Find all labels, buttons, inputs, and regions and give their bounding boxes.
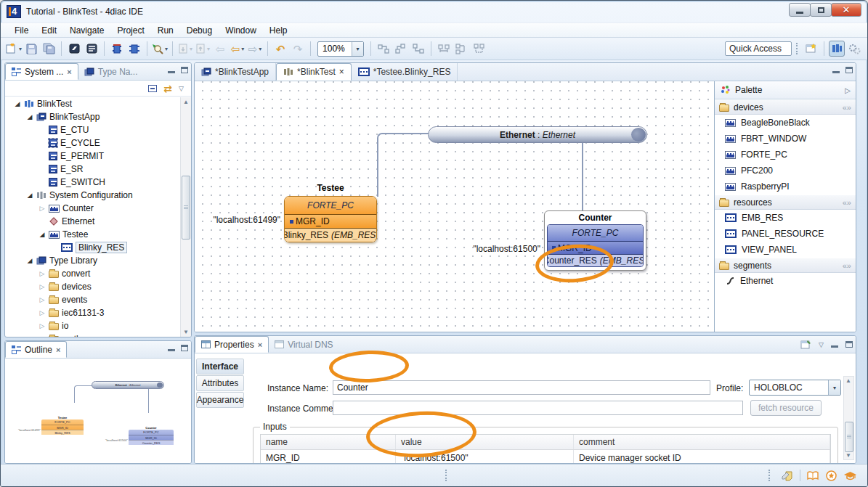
instance-name-input[interactable]: [333, 380, 710, 395]
connection-testee-ethernet[interactable]: [377, 133, 429, 197]
counter-device-title[interactable]: Counter: [547, 213, 644, 224]
tab-outline[interactable]: Outline ×: [5, 341, 67, 358]
tree-item-e-cycle[interactable]: E_CYCLE: [5, 136, 180, 150]
tree-item-e-sr[interactable]: E_SR: [5, 163, 180, 176]
zoom-select[interactable]: 100% ▾: [317, 41, 364, 57]
menu-file[interactable]: File: [8, 24, 35, 37]
view-menu-icon[interactable]: ▽: [179, 85, 184, 92]
tree-item-ethernet-segment[interactable]: Ethernet: [5, 215, 180, 228]
palette-item-ethernet[interactable]: Ethernet: [715, 273, 856, 289]
counter-device-type[interactable]: FORTE_PC: [548, 225, 643, 241]
tree-item-devices[interactable]: ▷devices: [5, 280, 180, 293]
palette-item-panel-resource[interactable]: PANEL_RESOURCE: [715, 226, 856, 242]
counter-mgr-id-row[interactable]: MGR_ID: [548, 241, 643, 254]
tab-blinktestapp[interactable]: *BlinkTestApp: [195, 63, 276, 81]
data-pin-icon[interactable]: [290, 220, 293, 224]
close-button[interactable]: ✕: [831, 3, 861, 17]
outline-canvas[interactable]: Ethernet : Ethernet Testee FORTE_PC MGR_…: [5, 359, 191, 463]
expand-arrow-icon[interactable]: ▷: [38, 322, 46, 330]
badge-icon[interactable]: [825, 470, 837, 482]
maximize-view-icon[interactable]: [181, 345, 188, 351]
close-tab-icon[interactable]: ×: [258, 340, 262, 349]
expand-arrow-icon[interactable]: ▷: [38, 270, 46, 277]
scroll-down-icon[interactable]: ▼: [182, 327, 190, 337]
menu-navigate[interactable]: Navigate: [63, 24, 110, 37]
cell-name[interactable]: MGR_ID: [261, 450, 396, 464]
tree-item-convert[interactable]: ▷convert: [5, 267, 180, 280]
minimize-view-icon[interactable]: [168, 349, 175, 351]
upload-button-disabled[interactable]: ▾: [195, 41, 211, 57]
palette-header[interactable]: Palette ▷: [715, 81, 856, 99]
column-name[interactable]: name: [261, 435, 396, 449]
maximize-view-icon[interactable]: [845, 67, 853, 73]
column-comment[interactable]: comment: [574, 435, 830, 449]
open-perspective-button[interactable]: [803, 41, 819, 57]
back-button[interactable]: ⇦▾: [230, 41, 246, 57]
align-nodes-button-1[interactable]: [436, 41, 452, 57]
menu-window[interactable]: Window: [219, 24, 263, 37]
palette-item-pfc200[interactable]: PFC200: [715, 163, 856, 179]
new-fb-type-button[interactable]: [109, 41, 125, 57]
system-perspective-button[interactable]: [829, 41, 845, 57]
instance-comment-input[interactable]: [333, 401, 743, 415]
expand-arrow-icon[interactable]: ◢: [14, 100, 21, 107]
palette-item-emb-res[interactable]: EMB_RES: [715, 210, 856, 226]
ethernet-segment[interactable]: Ethernet : Ethernet: [428, 126, 647, 143]
deploy-button-disabled[interactable]: ▾: [177, 41, 193, 57]
new-wizard-button[interactable]: ▾: [6, 41, 22, 57]
tree-item-system-configuration[interactable]: ◢System Configuration: [5, 189, 180, 202]
expand-arrow-icon[interactable]: ◢: [26, 113, 33, 120]
column-value[interactable]: value: [396, 435, 574, 449]
expand-arrow-icon[interactable]: ◢: [26, 257, 33, 264]
explorer-scrollbar[interactable]: ▲ ▼: [180, 97, 191, 337]
deployment-perspective-button[interactable]: [846, 41, 862, 57]
inputs-table-row[interactable]: MGR_ID "localhost:61500" Device manager …: [261, 450, 830, 464]
tree-item-blinktestapp[interactable]: ◢BlinkTestApp: [5, 110, 180, 123]
connection-counter-ethernet[interactable]: [582, 143, 583, 211]
testee-resource-row[interactable]: Blinky_RES (EMB_RES): [285, 228, 376, 242]
tree-item-e-permit[interactable]: E_PERMIT: [5, 150, 180, 163]
expand-arrow-icon[interactable]: ▷: [38, 309, 46, 316]
tab-blinktest[interactable]: *BlinkTest ×: [276, 63, 352, 81]
palette-item-fbrt-window[interactable]: FBRT_WINDOW: [715, 131, 856, 147]
testee-device-title[interactable]: Testee: [284, 183, 377, 193]
drawer-pin-icon[interactable]: «»: [843, 198, 851, 207]
collapse-all-icon[interactable]: [148, 85, 157, 92]
tree-item-io[interactable]: ▷io: [5, 319, 180, 332]
side-tab-interface[interactable]: Interface: [196, 359, 244, 375]
tutorial-book-icon[interactable]: [806, 470, 819, 481]
layout-nodes-button-3[interactable]: [410, 41, 426, 57]
scroll-up-icon[interactable]: ▲: [182, 97, 190, 107]
save-button[interactable]: [23, 41, 39, 57]
expand-arrow-icon[interactable]: ▷: [38, 205, 46, 212]
drawer-pin-icon[interactable]: «»: [843, 261, 851, 270]
layout-nodes-button-2[interactable]: [393, 41, 409, 57]
testee-device-type[interactable]: FORTE_PC: [285, 197, 376, 214]
maximize-view-icon[interactable]: [181, 67, 188, 73]
counter-device-block[interactable]: Counter FORTE_PC MGR_ID Counter_RES (EMB…: [544, 210, 646, 271]
tree-item-counter-device[interactable]: ▷Counter: [5, 202, 180, 215]
close-tab-icon[interactable]: ×: [339, 67, 344, 77]
tab-properties[interactable]: Properties ×: [195, 336, 269, 353]
menu-debug[interactable]: Debug: [180, 24, 219, 37]
view-menu-icon[interactable]: ▽: [819, 341, 824, 348]
scrollbar-thumb[interactable]: [182, 176, 190, 240]
expand-arrow-icon[interactable]: ◢: [38, 231, 46, 238]
quick-access-input[interactable]: [725, 41, 792, 56]
layout-nodes-button-1[interactable]: [376, 41, 392, 57]
link-with-editor-icon[interactable]: ⇄: [163, 83, 172, 94]
maximize-button[interactable]: [810, 3, 832, 17]
new-system-button[interactable]: [84, 41, 100, 57]
expand-arrow-icon[interactable]: ◢: [26, 192, 33, 199]
tree-item-events[interactable]: ▷events: [5, 293, 180, 306]
tab-type-navigator[interactable]: Type Na...: [78, 63, 144, 80]
tree-item-iec61131-3[interactable]: ▷iec61131-3: [5, 306, 180, 319]
palette-item-view-panel[interactable]: VIEW_PANEL: [715, 242, 856, 258]
menu-project[interactable]: Project: [110, 24, 150, 37]
side-tab-attributes[interactable]: Attributes: [196, 375, 244, 391]
tree-item-blinktest[interactable]: ◢BlinkTest: [5, 97, 180, 110]
title-bar[interactable]: Tutorial - BlinkTest - 4diac IDE ✕: [1, 1, 867, 22]
profile-select[interactable]: HOLOBLOC ▾: [749, 380, 841, 396]
tree-item-math[interactable]: ▷math: [5, 332, 180, 337]
whats-new-icon[interactable]: [781, 470, 794, 481]
